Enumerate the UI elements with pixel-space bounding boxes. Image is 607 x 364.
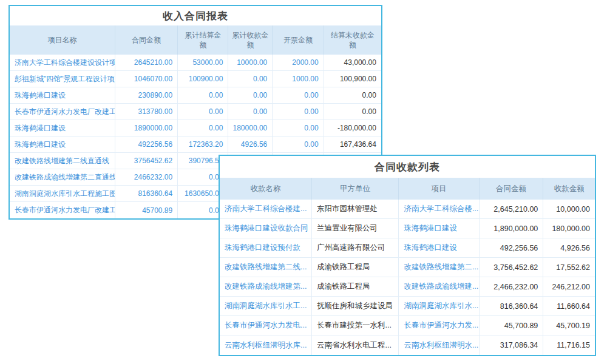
cell: 0.00 [324,104,381,120]
link-cell[interactable]: 长春市伊通河水力发... [399,316,479,335]
cell: 11,716.15 [543,335,595,355]
table-row: 彭祖新城"四馆"景观工程设计项目1046070.00100900.000.001… [10,71,381,87]
cell: 2466232.00 [115,169,178,185]
cell: 2,466,232.00 [480,277,544,296]
table-row: 长春市伊通河水力发电厂改建工程313780.000.000.000.000.00 [10,104,381,120]
link-cell[interactable]: 云南水利枢纽潜明水... [399,335,479,355]
cell: 0.00 [178,87,228,103]
link-cell[interactable]: 湖南洞庭湖水库引水... [399,297,479,315]
link-cell[interactable]: 长春市伊通河水力发电厂改建工程 [10,202,115,218]
link-cell[interactable]: 济南大学工科综合楼建设设计项目 [10,55,115,70]
table-row: 珠海鹤港口建设收款合同兰迪置业有限公司珠海鹤港口建设1,890,000.0018… [220,219,595,238]
cell: 广州高速路有限公司 [312,238,399,257]
link-cell[interactable]: 珠海鹤港口建设收款合同 [220,219,312,238]
cell: 3,756,452.62 [480,258,544,277]
cell: 0.00 [228,87,273,103]
income-report-title: 收入合同报表 [10,6,381,25]
cell: 0.00 [324,87,381,103]
table-row: 济南大学工科综合楼建设设计项目2645210.0053000.0010000.0… [10,55,381,71]
cell: 2645210.00 [115,55,178,70]
column-header: 甲方单位 [312,178,399,200]
link-cell[interactable]: 珠海鹤港口建设 [399,238,479,257]
cell: 1,890,000.00 [480,219,544,238]
link-cell[interactable]: 改建铁路成渝线增建... [399,277,479,296]
cell: 4926.56 [228,136,273,152]
link-cell[interactable]: 珠海鹤港口建设预付款 [220,238,312,257]
cell: 2000.00 [273,55,324,70]
link-cell[interactable]: 彭祖新城"四馆"景观工程设计项目 [10,71,115,87]
cell: 0.00 [273,120,324,136]
link-cell[interactable]: 长春市伊通河水力发电... [220,316,312,335]
link-cell[interactable]: 珠海鹤港口建设 [10,120,115,136]
cell: 成渝铁路工程局 [312,258,399,277]
cell: 1890000.00 [115,120,178,136]
income-report-header-row: 项目名称合同金额累计结算金额累计收款金额开票金额结算未收款金额 [10,25,381,55]
cell: 45,700.89 [480,316,544,335]
cell: 45,700.19 [543,316,595,335]
payment-list-body: 济南大学工科综合楼建...东阳市园林管理处济南大学工科综合楼...2,645,2… [220,200,595,355]
link-cell[interactable]: 湖南洞庭湖水库引水工... [220,297,312,315]
cell: 816360.64 [115,186,178,201]
link-cell[interactable]: 济南大学工科综合楼建... [220,200,312,218]
table-row: 珠海鹤港口建设492256.56172363.204926.560.00167,… [10,136,381,153]
link-cell[interactable]: 珠海鹤港口建设 [10,136,115,152]
column-header: 累计收款金额 [228,25,273,55]
cell: 43,000.00 [324,55,381,70]
cell: 313780.00 [115,104,178,120]
table-row: 珠海鹤港口建设1890000.000.00180000.000.00-180,0… [10,120,381,136]
cell: 180,000.00 [543,219,595,238]
cell: 100,900.00 [324,71,381,87]
column-header: 项目 [399,178,479,200]
cell: 53000.00 [178,55,228,70]
cell: 长春市建投第一水利... [312,316,399,335]
column-header: 开票金额 [273,25,324,55]
cell: 0.00 [228,104,273,120]
column-header: 累计结算金额 [178,25,228,55]
cell: 0.00 [178,120,228,136]
link-cell[interactable]: 长春市伊通河水力发电厂改建工程 [10,104,115,120]
cell: 45700.89 [115,202,178,218]
cell: 0.00 [178,104,228,120]
table-row: 长春市伊通河水力发电...长春市建投第一水利...长春市伊通河水力发...45,… [220,316,595,335]
cell: 172363.20 [178,136,228,152]
link-cell[interactable]: 济南大学工科综合楼... [399,200,479,218]
table-row: 改建铁路线增建第二线...成渝铁路工程局改建铁路线增建第二...3,756,45… [220,258,595,277]
contract-payment-list-card: 合同收款列表 收款名称甲方单位项目合同金额收款金额 济南大学工科综合楼建...东… [219,155,596,356]
cell: 1046070.00 [115,71,178,87]
link-cell[interactable]: 改建铁路成渝线增建第... [220,277,312,296]
cell: 0.00 [273,104,324,120]
cell: 100900.00 [178,71,228,87]
cell: 成渝铁路工程局 [312,277,399,296]
cell: 兰迪置业有限公司 [312,219,399,238]
cell: 0.00 [228,71,273,87]
link-cell[interactable]: 湖南洞庭湖水库引水工程施工图 [10,186,115,201]
cell: 1000.00 [273,71,324,87]
table-row: 济南大学工科综合楼建...东阳市园林管理处济南大学工科综合楼...2,645,2… [220,200,595,219]
cell: 10000.00 [228,55,273,70]
link-cell[interactable]: 珠海鹤港口建设 [10,87,115,103]
cell: 10,000.00 [543,200,595,218]
table-row: 珠海鹤港口建设预付款广州高速路有限公司珠海鹤港口建设492,256.564,92… [220,238,595,258]
cell: 180000.00 [228,120,273,136]
table-row: 珠海鹤港口建设230890.000.000.000.000.00 [10,87,381,104]
cell: 0.00 [273,136,324,152]
column-header: 结算未收款金额 [324,25,381,55]
payment-list-title: 合同收款列表 [220,156,595,178]
link-cell[interactable]: 云南水利枢纽潜明水库... [220,335,312,355]
cell: 230890.00 [115,87,178,103]
cell: 317,086.34 [480,335,544,355]
cell: 816,360.64 [480,297,544,315]
cell: -180,000.00 [324,120,381,136]
link-cell[interactable]: 改建铁路线增建第二线... [220,258,312,277]
column-header: 合同金额 [480,178,544,200]
link-cell[interactable]: 改建铁路线增建第二... [399,258,479,277]
cell: 246,212.00 [543,277,595,296]
cell: 492,256.56 [480,238,544,257]
table-row: 改建铁路成渝线增建第...成渝铁路工程局改建铁路成渝线增建...2,466,23… [220,277,595,297]
link-cell[interactable]: 改建铁路成渝线增建第二直通线 [10,169,115,185]
cell: 167,436.64 [324,136,381,152]
link-cell[interactable]: 改建铁路线增建第二线直通线 [10,153,115,169]
cell: 11,660.64 [543,297,595,315]
cell: 3756452.62 [115,153,178,169]
link-cell[interactable]: 珠海鹤港口建设 [399,219,479,238]
